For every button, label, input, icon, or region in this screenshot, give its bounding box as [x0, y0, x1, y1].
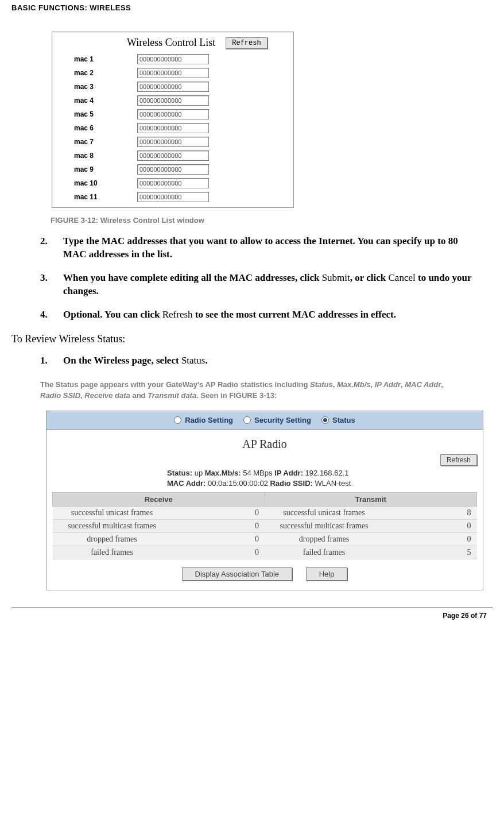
display-association-table-button[interactable]: Display Association Table [182, 567, 292, 581]
status-info: Status: up Max.Mb/s: 54 MBps IP Addr: 19… [52, 468, 477, 489]
step-number: 2. [40, 235, 63, 261]
step-text: When you have complete editing all the M… [63, 272, 322, 283]
mac-label: mac 2 [74, 69, 137, 77]
mac-label: mac 10 [74, 179, 137, 187]
section-heading: To Review Wireless Status: [11, 333, 475, 345]
step-text: Type the MAC addresses that you want to … [63, 235, 458, 260]
step-number: 1. [40, 354, 63, 368]
mac-label: mac 1 [74, 55, 137, 63]
col-header-transmit: Transmit [265, 493, 477, 507]
step-text: On the Wireless page, select [63, 355, 181, 366]
mac-label: mac 8 [74, 152, 137, 160]
ap-radio-status-figure: Radio Setting Security Setting Status AP… [46, 411, 483, 590]
mac-input[interactable]: 000000000000 [137, 137, 209, 147]
mac-label: mac 6 [74, 124, 137, 132]
table-row: successful multicast frames0 successful … [53, 520, 477, 533]
refresh-button[interactable]: Refresh [226, 37, 267, 49]
tab-security-setting[interactable]: Security Setting [243, 416, 311, 424]
table-row: failed frames0 failed frames5 [53, 546, 477, 559]
mac-input[interactable]: 000000000000 [137, 164, 209, 175]
mac-label: mac 9 [74, 165, 137, 173]
mac-input[interactable]: 000000000000 [137, 82, 209, 92]
mac-label: mac 5 [74, 110, 137, 118]
mac-input[interactable]: 000000000000 [137, 192, 209, 202]
mac-label: mac 7 [74, 138, 137, 146]
step-number: 3. [40, 272, 63, 298]
step-text: Status [181, 355, 206, 366]
status-description: The Status page appears with your GateWa… [40, 379, 464, 401]
table-row: dropped frames0 dropped frames0 [53, 533, 477, 546]
table-row: successful unicast frames0 successful un… [53, 507, 477, 520]
stats-table: Receive Transmit successful unicast fram… [52, 492, 477, 559]
refresh-button[interactable]: Refresh [440, 454, 477, 466]
wcl-title: Wireless Control List [127, 37, 215, 49]
caption-title: Wireless Control List window [100, 216, 204, 225]
tab-bar: Radio Setting Security Setting Status [46, 411, 483, 430]
radio-icon [321, 416, 329, 424]
mac-label: mac 11 [74, 193, 137, 201]
page-footer: Page 26 of 77 [0, 608, 504, 627]
mac-input[interactable]: 000000000000 [137, 95, 209, 106]
tab-radio-setting[interactable]: Radio Setting [174, 416, 233, 424]
mac-label: mac 3 [74, 83, 137, 91]
mac-input[interactable]: 000000000000 [137, 68, 209, 78]
step-number: 4. [40, 308, 63, 322]
ap-radio-title: AP Radio [52, 438, 477, 451]
mac-input[interactable]: 000000000000 [137, 150, 209, 161]
step-text: to see the most current MAC addresses in… [193, 309, 396, 320]
step-text: . [205, 355, 207, 366]
radio-icon [243, 416, 251, 424]
mac-input[interactable]: 000000000000 [137, 178, 209, 188]
mac-input[interactable]: 000000000000 [137, 109, 209, 119]
step-text: Submit [322, 272, 350, 283]
help-button[interactable]: Help [306, 567, 348, 581]
radio-icon [174, 416, 181, 424]
col-header-receive: Receive [53, 493, 265, 507]
step-text: , or click [350, 272, 389, 283]
figure-caption: FIGURE 3-12: Wireless Control List windo… [51, 216, 475, 225]
mac-input[interactable]: 000000000000 [137, 54, 209, 64]
step-text: Refresh [162, 309, 193, 320]
caption-prefix: FIGURE 3-12: [51, 216, 100, 225]
mac-input[interactable]: 000000000000 [137, 123, 209, 133]
wireless-control-list-figure: Wireless Control List Refresh mac 100000… [52, 32, 294, 208]
mac-label: mac 4 [74, 96, 137, 105]
step-text: Optional. You can click [63, 309, 162, 320]
tab-status[interactable]: Status [321, 416, 355, 424]
page-header: BASIC FUNCTIONS: WIRELESS [11, 0, 493, 14]
step-text: Cancel [389, 272, 416, 283]
